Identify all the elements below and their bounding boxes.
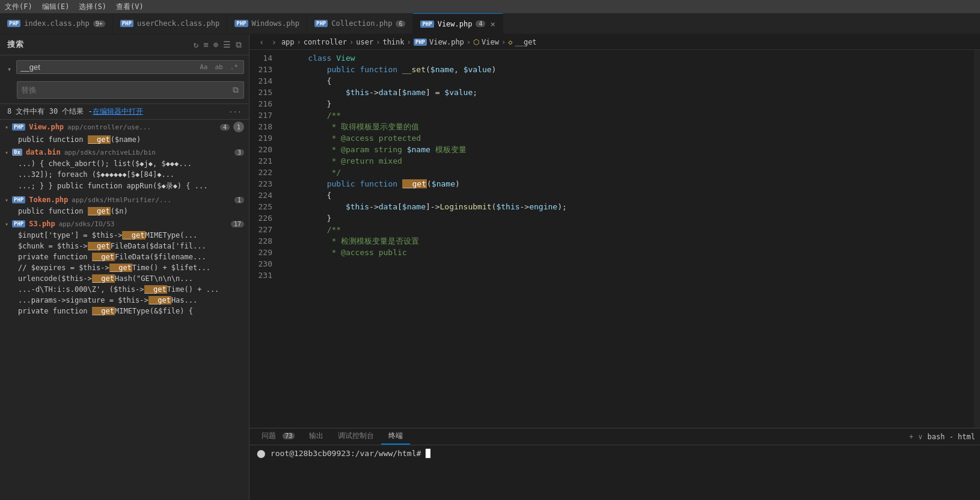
code-line: { <box>280 190 974 201</box>
breadcrumb-view-class[interactable]: View <box>482 38 499 46</box>
result-item[interactable]: ...32]); foreach ($◆◆◆◆◆◆[$◆[84]◆... <box>0 169 249 180</box>
more-options-icon[interactable]: ··· <box>228 108 242 116</box>
tab-bar: PHP index.class.php 9+ PHP userCheck.cla… <box>0 13 980 34</box>
collapse-all-icon[interactable]: ≡ <box>203 40 208 50</box>
code-editor[interactable]: class View public function __set($name, … <box>280 50 974 428</box>
result-item[interactable]: ...-d\TH:i:s.000\Z', ($this->__getTime()… <box>0 284 249 295</box>
replace-input-row: ⧉ <box>17 81 244 99</box>
file-group-view-header[interactable]: ▾ PHP View.php app/controller/use... 4 1 <box>0 120 249 134</box>
result-item[interactable]: private function __getMIMEType(&$file) { <box>0 306 249 316</box>
tab-usercheck[interactable]: PHP userCheck.class.php <box>113 13 228 34</box>
tab-windows-label: Windows.php <box>252 19 299 28</box>
file-group-s3-header[interactable]: ▾ PHP S3.php app/sdks/IO/S3 17 <box>0 218 249 230</box>
result-count-token: 1 <box>234 197 244 203</box>
nav-forward-icon[interactable]: › <box>269 37 278 47</box>
open-in-editor-link[interactable]: 在编辑器中打开 <box>93 106 143 117</box>
terminal-content[interactable]: ⬤ root@128b3cb09923:/var/www/html# █ <box>250 445 980 500</box>
result-item[interactable]: ...params->signature = $this->__getHas..… <box>0 295 249 306</box>
code-line: * @return mixed <box>280 155 974 167</box>
file-group-token-header[interactable]: ▾ PHP Token.php app/sdks/HtmlPurifier/..… <box>0 194 249 206</box>
tab-output[interactable]: 输出 <box>302 428 331 445</box>
php-icon: PHP <box>12 220 25 227</box>
php-icon: PHP <box>314 20 328 27</box>
menu-file[interactable]: 文件(F) <box>5 2 32 12</box>
result-item[interactable]: $input['type'] = $this->__getMIMEType(..… <box>0 230 249 241</box>
tab-debug[interactable]: 调试控制台 <box>331 428 381 445</box>
code-line: * 取得模板显示变量的值 <box>280 121 974 132</box>
breadcrumb-php-icon: PHP <box>414 39 427 46</box>
breadcrumb-viewphp[interactable]: View.php <box>429 38 464 46</box>
result-item[interactable]: public function __get($n) <box>0 206 249 217</box>
filepath-view: app/controller/use... <box>67 123 151 131</box>
breadcrumb-user[interactable]: user <box>356 38 373 46</box>
menu-edit[interactable]: 编辑(E) <box>42 2 70 12</box>
split-terminal-icon[interactable]: ∨ <box>918 433 922 441</box>
tab-collection-badge: 6 <box>396 20 405 27</box>
code-container: 14 213 214 215 216 217 218 219 220 221 2… <box>250 50 980 428</box>
bottom-panel: 问题 73 输出 调试控制台 终端 + ∨ bash - html <box>250 428 980 500</box>
search-options: Aa ab .* <box>198 63 240 72</box>
php-icon: PHP <box>420 20 433 28</box>
php-icon: PHP <box>234 20 248 27</box>
filter-icon[interactable]: ☰ <box>223 40 231 50</box>
problems-badge: 73 <box>283 433 295 439</box>
tab-collection[interactable]: PHP Collection.php 6 <box>307 13 413 34</box>
php-icon: PHP <box>120 20 133 27</box>
add-terminal-icon[interactable]: + <box>909 433 913 441</box>
menu-select[interactable]: 选择(S) <box>79 2 106 12</box>
code-line: public function __set($name, $value) <box>280 64 974 75</box>
tab-index[interactable]: PHP index.class.php 9+ <box>0 13 113 34</box>
line-numbers: 14 213 214 215 216 217 218 219 220 221 2… <box>250 50 280 428</box>
code-line: /** <box>280 224 974 235</box>
replace-input[interactable] <box>21 85 231 94</box>
match-case-btn[interactable]: Aa <box>198 63 209 72</box>
refresh-icon[interactable]: ↻ <box>194 40 198 50</box>
php-icon: PHP <box>12 196 25 203</box>
tab-windows[interactable]: PHP Windows.php <box>227 13 307 34</box>
filename-token: Token.php <box>29 196 68 204</box>
tab-view[interactable]: PHP View.php 4 × <box>413 13 503 34</box>
code-line: */ <box>280 167 974 178</box>
nav-back-icon[interactable]: ‹ <box>257 37 266 47</box>
breadcrumb-get-method[interactable]: __get <box>515 38 536 46</box>
sidebar-title: 搜索 <box>7 39 23 50</box>
whole-word-btn[interactable]: ab <box>213 63 225 72</box>
breadcrumb-think[interactable]: think <box>382 38 404 46</box>
result-count-view: 4 <box>220 124 230 131</box>
result-item[interactable]: public function __get($name) <box>0 134 249 145</box>
breadcrumb-class-icon: ⬡ <box>473 38 479 46</box>
breadcrumb-app[interactable]: app <box>281 38 295 46</box>
terminal-text: root@128b3cb09923:/var/www/html# <box>271 449 421 458</box>
regex-btn[interactable]: .* <box>228 63 240 72</box>
result-item[interactable]: $chunk = $this->__getFileData($data['fil… <box>0 241 249 252</box>
filename-view: View.php <box>29 123 64 131</box>
search-input[interactable] <box>20 63 195 72</box>
file-group-databin-header[interactable]: ▾ 0x data.bin app/sdks/archiveLib/bin 3 <box>0 146 249 158</box>
result-item[interactable]: private function __getFileData($filename… <box>0 252 249 262</box>
replace-all-btn[interactable]: ⧉ <box>231 84 240 96</box>
tab-index-badge: 9+ <box>93 20 105 27</box>
php-icon: PHP <box>7 20 20 27</box>
copy-icon[interactable]: ⧉ <box>236 40 242 50</box>
collapse-toggle-icon[interactable]: ▾ <box>5 64 14 75</box>
code-line: * @param string $name 模板变量 <box>280 144 974 155</box>
tab-terminal[interactable]: 终端 <box>381 428 410 445</box>
new-file-icon[interactable]: ⊕ <box>213 40 218 50</box>
result-item[interactable]: urlencode($this->__getHash("GET\n\n\n... <box>0 273 249 284</box>
vertical-scrollbar[interactable] <box>974 50 980 428</box>
tab-problems[interactable]: 问题 73 <box>254 428 302 445</box>
result-item[interactable]: ...) { check_abort(); list($◆j◆, $◆◆◆... <box>0 158 249 169</box>
menu-view[interactable]: 查看(V) <box>116 2 144 12</box>
breadcrumb-controller[interactable]: controller <box>304 38 347 46</box>
results-list: ▾ PHP View.php app/controller/use... 4 1… <box>0 120 249 500</box>
tab-usercheck-label: userCheck.class.php <box>137 19 219 28</box>
filename-s3: S3.php <box>29 220 55 228</box>
tab-close-button[interactable]: × <box>490 19 495 29</box>
code-line: $this->data[$name] = $value; <box>280 87 974 98</box>
file-group-view: ▾ PHP View.php app/controller/use... 4 1… <box>0 120 249 145</box>
code-line: { <box>280 75 974 87</box>
bin-icon: 0x <box>12 149 22 156</box>
result-item[interactable]: // $expires = $this->__getTime() + $life… <box>0 262 249 273</box>
chevron-down-icon: ▾ <box>5 149 8 156</box>
result-item[interactable]: ...; } } public function appRun($◆录◆) { … <box>0 180 249 193</box>
